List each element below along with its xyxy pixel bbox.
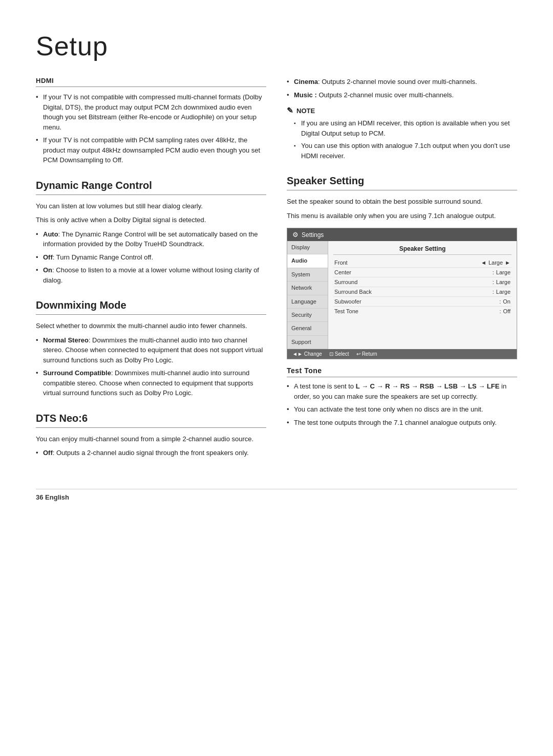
dynamic-range-section: Dynamic Range Control You can listen at … [36,180,266,286]
dynamic-range-off: Off: Turn Dynamic Range Control off. [36,252,266,263]
front-arrow-right: ► [505,260,511,266]
test-tone-val: : Off [499,308,511,314]
settings-row-surround: Surround : Large [333,277,512,287]
change-label: Change [304,351,322,357]
dynamic-range-auto-text: : The Dynamic Range Control will be set … [43,230,258,248]
subwoofer-label: Subwoofer [334,298,361,305]
hdmi-section: HDMI If your TV is not compatible with c… [36,77,266,165]
sidebar-item-general: General [287,322,328,335]
dynamic-range-off-text: : Turn Dynamic Range Control off. [53,253,153,261]
test-tone-bullets: A test tone is sent to L → C → R → RS → … [287,381,517,427]
surround-back-val-text: Large [496,289,511,295]
settings-row-surround-back: Surround Back : Large [333,287,512,297]
downmixing-surround: Surround Compatible: Downmixes multi-cha… [36,368,266,398]
page-title: Setup [36,31,517,61]
dynamic-range-on: On: Choose to listen to a movie at a low… [36,265,266,285]
test-tone-bullet-1: A test tone is sent to L → C → R → RS → … [287,381,517,401]
footer-page-num: 36 [36,493,43,501]
note-box: ✎ NOTE If you are using an HDMI receiver… [287,106,517,161]
speaker-setting-para2: This menu is available only when you are… [287,211,517,221]
settings-row-subwoofer: Subwoofer : On [333,297,512,307]
sidebar-item-network: Network [287,282,328,295]
dts-neo-off-label: Off [43,449,53,457]
settings-sidebar: Display Audio System Network Language Se… [287,241,328,349]
note-title: ✎ NOTE [287,106,517,115]
settings-content-title: Speaker Setting [333,245,512,255]
surround-back-colon: : [493,289,494,295]
dts-neo-heading: DTS Neo:6 [36,413,266,428]
surround-val-text: Large [496,279,511,285]
dts-neo-section: DTS Neo:6 You can enjoy multi-channel so… [36,413,266,458]
downmixing-heading: Downmixing Mode [36,299,266,315]
sidebar-item-audio: Audio [287,254,328,268]
test-tone-bullet-2: You can activate the test tone only when… [287,404,517,415]
note-item-2: You can use this option with analogue 7.… [294,141,517,161]
note-heading-text: NOTE [296,107,315,115]
note-icon: ✎ [287,106,293,115]
dynamic-range-auto: Auto: The Dynamic Range Control will be … [36,229,266,249]
cinema-text: : Outputs 2-channel movie sound over mul… [318,78,477,85]
settings-gear-icon: ⚙ [292,231,299,239]
subwoofer-colon: : [499,298,501,305]
dynamic-range-para1: You can listen at low volumes but still … [36,201,266,211]
front-val: ◄ Large ► [481,260,511,266]
downmixing-bullets: Normal Stereo: Downmixes the multi-chann… [36,335,266,398]
footer-return: ↩ Return [356,351,377,357]
settings-ui-box: ⚙ Settings Display Audio System Network … [287,228,517,359]
sidebar-item-security: Security [287,309,328,322]
dynamic-range-off-label: Off [43,253,53,261]
surround-colon: : [493,279,494,285]
surround-val: : Large [493,279,511,285]
footer-bar: 36 English [36,489,517,501]
subwoofer-val: : On [499,298,511,305]
hdmi-bullet-2: If your TV is not compatible with PCM sa… [36,135,266,165]
footer-select: ⊡ Select [329,351,349,357]
sidebar-item-display: Display [287,241,328,254]
dts-neo-bullets: Off: Outputs a 2-channel audio signal th… [36,448,266,458]
dynamic-range-auto-label: Auto [43,230,58,238]
dts-neo-off: Off: Outputs a 2-channel audio signal th… [36,448,266,458]
music-label: Music : [294,91,317,99]
sidebar-item-language: Language [287,295,328,309]
settings-row-front: Front ◄ Large ► [333,258,512,268]
sidebar-item-support: Support [287,336,328,349]
test-tone-heading: Test Tone [287,366,517,377]
test-tone-label: Test Tone [334,308,358,314]
speaker-setting-para1: Set the speaker sound to obtain the best… [287,197,517,207]
settings-footer: ◄► Change ⊡ Select ↩ Return [287,349,517,359]
right-top-bullets: Cinema: Outputs 2-channel movie sound ov… [287,77,517,100]
left-column: HDMI If your TV is not compatible with c… [36,77,266,463]
settings-row-test-tone: Test Tone : Off [333,307,512,316]
settings-title-text: Settings [302,231,324,239]
dts-neo-para: You can enjoy multi-channel sound from a… [36,434,266,444]
cinema-label: Cinema [294,78,318,85]
dts-neo-off-text: : Outputs a 2-channel audio signal throu… [53,449,249,457]
return-label: Return [362,351,377,357]
downmixing-surround-label: Surround Compatible [43,369,111,377]
sidebar-item-system: System [287,268,328,282]
hdmi-bullets: If your TV is not compatible with compre… [36,92,266,165]
settings-row-center: Center : Large [333,268,512,277]
note-item-1: If you are using an HDMI receiver, this … [294,118,517,138]
footer-change: ◄► Change [292,351,322,357]
music-text: Outputs 2-channel music over multi-chann… [318,91,454,99]
dynamic-range-bullets: Auto: The Dynamic Range Control will be … [36,229,266,286]
center-label: Center [334,269,351,275]
test-tone-section: Test Tone A test tone is sent to L → C →… [287,366,517,427]
front-arrow-left: ◄ [481,260,486,266]
music-bullet: Music : Outputs 2-channel music over mul… [287,90,517,100]
test-tone-bullet-3: The test tone outputs through the 7.1 ch… [287,418,517,428]
speaker-setting-heading: Speaker Setting [287,175,517,190]
select-label: Select [335,351,349,357]
dynamic-range-para2: This is only active when a Dolby Digital… [36,215,266,225]
hdmi-heading: HDMI [36,77,266,87]
speaker-setting-section: Speaker Setting Set the speaker sound to… [287,175,517,359]
downmixing-section: Downmixing Mode Select whether to downmi… [36,299,266,398]
note-list: If you are using an HDMI receiver, this … [287,118,517,161]
select-icon: ⊡ [329,351,333,357]
right-column: Cinema: Outputs 2-channel movie sound ov… [287,77,517,463]
cinema-bullet: Cinema: Outputs 2-channel movie sound ov… [287,77,517,87]
downmixing-normal: Normal Stereo: Downmixes the multi-chann… [36,335,266,365]
surround-back-val: : Large [493,289,511,295]
change-icon: ◄► [292,351,303,357]
